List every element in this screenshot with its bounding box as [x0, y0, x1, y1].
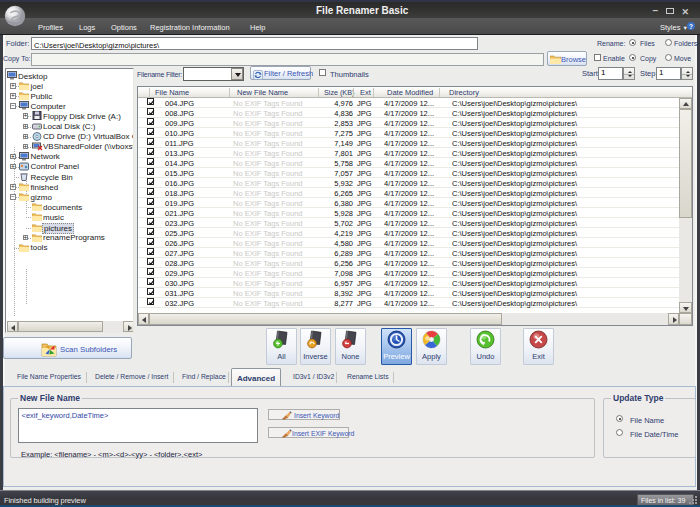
- svg-text:?: ?: [689, 22, 693, 29]
